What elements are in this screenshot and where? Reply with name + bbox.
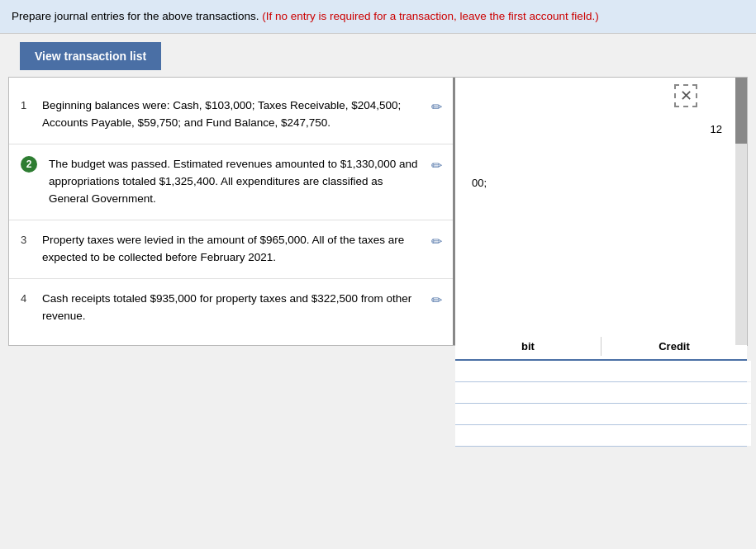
transaction-item-3: 3 Property taxes were levied in the amou… [9,220,453,279]
instruction-red-text: (If no entry is required for a transacti… [262,10,598,22]
credit-cell-4[interactable] [603,425,751,446]
transaction-item: 1 Beginning balances were: Cash, $103,00… [9,86,453,144]
journal-header: bit Credit [455,334,747,361]
debit-header: bit [455,337,601,356]
tx-text-1: Beginning balances were: Cash, $103,000;… [42,97,421,132]
debit-cell-3[interactable] [455,404,603,424]
tx-text-2: The budget was passed. Estimated revenue… [49,156,421,208]
right-partial-display: 00; [472,177,487,189]
debit-cell-4[interactable] [455,425,603,446]
debit-cell-1[interactable] [455,361,603,381]
close-icon[interactable]: ✕ [674,84,697,107]
x-symbol: ✕ [680,87,692,105]
transaction-item-4: 4 Cash receipts totaled $935,000 for pro… [9,279,453,337]
instruction-normal-text: Prepare journal entries for the above tr… [12,10,259,22]
edit-icon-4[interactable]: ✏ [428,292,445,308]
journal-rows [455,361,747,447]
scrollbar[interactable] [735,78,747,344]
credit-cell-1[interactable] [603,361,751,381]
tx-number-4: 4 [21,292,36,305]
edit-icon-1[interactable]: ✏ [428,99,445,115]
edit-icon-3[interactable]: ✏ [428,234,445,249]
journal-row [455,404,747,425]
debit-cell-2[interactable] [455,382,603,403]
edit-icon-2[interactable]: ✏ [428,158,445,173]
right-panel: ✕ 12 00; bit Credit [455,78,747,344]
credit-cell-2[interactable] [603,382,751,403]
journal-row [455,361,747,382]
view-transactions-button[interactable]: View transaction list [20,42,161,70]
tx-number-1: 1 [21,99,36,111]
credit-cell-3[interactable] [603,404,751,424]
instruction-banner: Prepare journal entries for the above tr… [0,0,756,34]
button-row: View transaction list [10,34,746,70]
journal-row [455,382,747,404]
journal-table-area: bit Credit [455,334,747,344]
tx-text-4: Cash receipts totaled $935,000 for prope… [42,291,421,325]
credit-header: Credit [601,337,747,356]
tx-text-3: Property taxes were levied in the amount… [42,232,421,267]
transaction-list-panel: 1 Beginning balances were: Cash, $103,00… [9,78,455,344]
tx-number-3: 3 [21,234,36,246]
transaction-item-2: 2 The budget was passed. Estimated reven… [9,144,453,220]
journal-row [455,425,747,447]
main-area: 1 Beginning balances were: Cash, $103,00… [8,77,748,345]
tx-number-2: 2 [21,156,37,173]
right-number-display: 12 [711,123,722,135]
scrollbar-thumb[interactable] [735,78,747,144]
